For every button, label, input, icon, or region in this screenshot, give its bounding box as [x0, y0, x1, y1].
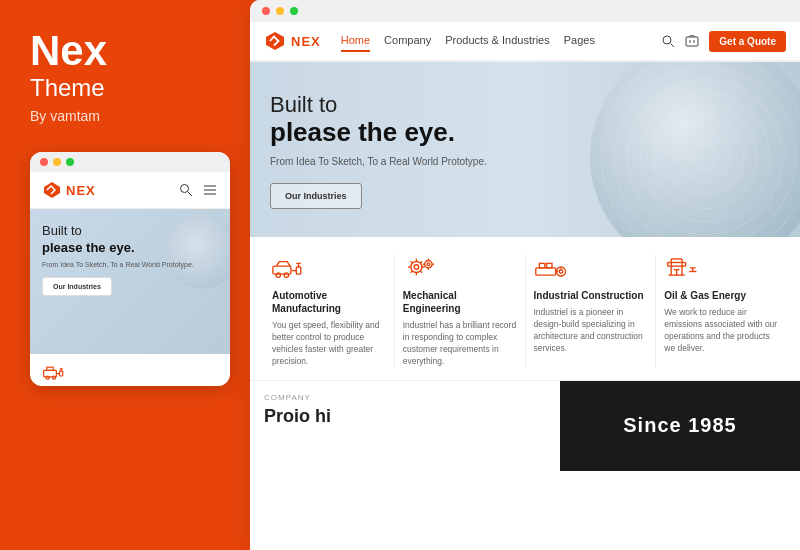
mobile-search-icon[interactable]: [178, 182, 194, 198]
theme-subtitle: Theme: [30, 76, 105, 100]
mobile-menu-icon[interactable]: [202, 182, 218, 198]
desktop-traffic-red: [262, 7, 270, 15]
svg-rect-35: [535, 268, 555, 275]
theme-title: Nex: [30, 30, 107, 72]
traffic-yellow: [53, 158, 61, 166]
mobile-hero-please: please the eye.: [42, 240, 218, 257]
mechanical-desc: Industriel has a brilliant record in res…: [403, 320, 517, 368]
desktop-preview-panel: NEX Home Company Products & Industries P…: [250, 0, 800, 550]
mechanical-icon-wrap: [403, 255, 517, 283]
mobile-hero-sub: From Idea To Sketch, To a Real World Pro…: [42, 260, 218, 269]
automotive-icon: [272, 255, 308, 279]
mobile-logo-icon: [42, 180, 62, 200]
svg-point-9: [52, 376, 55, 379]
svg-line-2: [188, 192, 192, 196]
mobile-navbar: NEX: [30, 172, 230, 209]
construction-icon: [534, 255, 570, 279]
desktop-nav-right: Get a Quote: [661, 31, 786, 52]
desktop-hero-button[interactable]: Our Industries: [270, 183, 362, 209]
bottom-company: COMPANY Proio hi: [250, 381, 560, 471]
mobile-nav-icons: [178, 182, 218, 198]
construction-icon-wrap: [534, 255, 648, 283]
desktop-traffic-lights: [250, 0, 800, 22]
desktop-logo-text: NEX: [291, 34, 321, 49]
svg-rect-7: [47, 367, 53, 370]
automotive-title: Automotive Manufacturing: [272, 289, 386, 315]
mobile-icon-row: [30, 354, 230, 386]
mobile-logo: NEX: [42, 180, 96, 200]
company-label: COMPANY: [264, 393, 546, 402]
oilgas-icon: [664, 255, 700, 279]
oilgas-icon-wrap: [664, 255, 778, 283]
svg-point-29: [424, 261, 431, 268]
nav-link-pages[interactable]: Pages: [564, 34, 595, 48]
desktop-nav-links: Home Company Products & Industries Pages: [341, 34, 595, 48]
industry-mechanical: Mechanical Engineering Industriel has a …: [395, 255, 526, 368]
desktop-traffic-yellow: [276, 7, 284, 15]
svg-rect-24: [296, 267, 301, 274]
mobile-hero-built: Built to: [42, 223, 218, 240]
company-title: Proio hi: [264, 406, 546, 427]
desktop-hero-please: please the eye.: [270, 118, 551, 147]
nav-link-company[interactable]: Company: [384, 34, 431, 48]
industry-automotive: Automotive Manufacturing You get speed, …: [264, 255, 395, 368]
svg-rect-36: [539, 263, 544, 268]
desktop-nav-left: NEX Home Company Products & Industries P…: [264, 30, 595, 52]
svg-point-28: [414, 265, 419, 270]
svg-rect-17: [686, 37, 698, 46]
automotive-desc: You get speed, flexibility and better co…: [272, 320, 386, 368]
mobile-automotive-icon: [42, 362, 74, 382]
construction-title: Industrial Construction: [534, 289, 648, 302]
svg-marker-14: [266, 32, 284, 50]
svg-marker-0: [44, 182, 60, 198]
construction-desc: Industriel is a pioneer in design-build …: [534, 307, 648, 355]
desktop-traffic-green: [290, 7, 298, 15]
svg-point-8: [46, 376, 49, 379]
sphere-grid-pattern: [590, 62, 800, 237]
desktop-hero-content: Built to please the eye. From Idea To Sk…: [270, 92, 551, 209]
since-1985-text: Since 1985: [623, 414, 736, 437]
desktop-hero: Built to please the eye. From Idea To Sk…: [250, 62, 800, 237]
get-quote-button[interactable]: Get a Quote: [709, 31, 786, 52]
since-1985-block: Since 1985: [560, 381, 800, 471]
traffic-red: [40, 158, 48, 166]
mobile-hero-button[interactable]: Our Industries: [42, 277, 112, 296]
svg-point-22: [284, 273, 289, 278]
svg-point-39: [559, 270, 563, 274]
theme-by: By vamtam: [30, 108, 100, 124]
automotive-icon-wrap: [272, 255, 386, 283]
svg-point-30: [427, 263, 430, 266]
mobile-traffic-lights: [30, 152, 230, 172]
nav-link-products[interactable]: Products & Industries: [445, 34, 550, 48]
traffic-green: [66, 158, 74, 166]
mobile-logo-text: NEX: [66, 183, 96, 198]
mobile-preview-card: NEX Built to please the eye. From Idea T…: [30, 152, 230, 386]
svg-line-16: [671, 44, 675, 48]
svg-point-21: [276, 273, 281, 278]
oilgas-desc: We work to reduce air emissions associat…: [664, 307, 778, 355]
oilgas-title: Oil & Gas Energy: [664, 289, 778, 302]
desktop-hero-sub: From Idea To Sketch, To a Real World Pro…: [270, 155, 551, 169]
svg-rect-11: [60, 371, 63, 376]
svg-point-15: [663, 36, 671, 44]
left-panel: Nex Theme By vamtam NEX: [0, 0, 240, 550]
mobile-hero-text: Built to please the eye. From Idea To Sk…: [42, 223, 218, 296]
bottom-section: COMPANY Proio hi Since 1985: [250, 381, 800, 471]
desktop-navbar: NEX Home Company Products & Industries P…: [250, 22, 800, 62]
desktop-search-icon[interactable]: [661, 34, 675, 48]
industries-strip: Automotive Manufacturing You get speed, …: [250, 237, 800, 381]
industry-oilgas: Oil & Gas Energy We work to reduce air e…: [656, 255, 786, 368]
svg-point-1: [181, 185, 189, 193]
mechanical-icon: [403, 255, 439, 279]
industry-construction: Industrial Construction Industriel is a …: [526, 255, 657, 368]
desktop-hero-sphere: [590, 62, 800, 237]
nav-link-home[interactable]: Home: [341, 34, 370, 48]
mechanical-title: Mechanical Engineering: [403, 289, 517, 315]
mobile-hero: Built to please the eye. From Idea To Sk…: [30, 209, 230, 354]
desktop-cart-icon[interactable]: [685, 34, 699, 48]
desktop-logo: NEX: [264, 30, 321, 52]
desktop-hero-built: Built to: [270, 92, 551, 118]
desktop-logo-icon: [264, 30, 286, 52]
svg-rect-37: [546, 263, 551, 268]
